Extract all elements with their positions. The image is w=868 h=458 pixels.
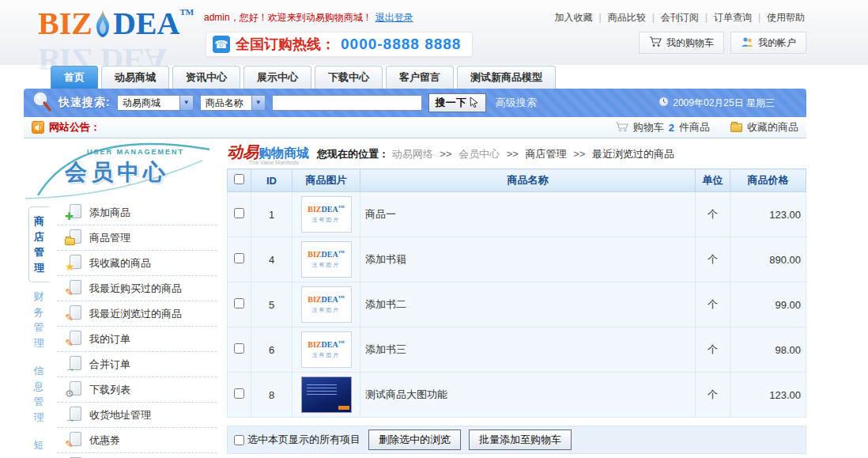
product-thumbnail[interactable]: BIZDEATM没有图片 [301,286,352,323]
advanced-search-link[interactable]: 高级搜索 [496,96,537,110]
gear-page-icon: ⚙ [65,381,82,398]
cart-summary-prefix: 购物车 [633,120,664,134]
product-photo-thumbnail[interactable] [301,377,352,413]
menu-coupons[interactable]: ✎ 优惠券 [57,428,217,453]
menu-download-list[interactable]: ⚙ 下载列表 [57,377,217,403]
favorites-label: 收藏的商品 [747,120,798,134]
cell-name[interactable]: 添加书二 [360,282,696,327]
page: BIZ DEA BIZDEATM admin，您好！欢迎来到动易购物商城！退出登… [0,0,868,458]
my-cart-button[interactable]: 我的购物车 [639,32,724,54]
menu-recently-bought[interactable]: ✎ 我最近购买过的商品 [57,276,217,301]
cart-outline-icon [615,120,628,134]
menu-add-product[interactable]: ✚ 添加商品 [57,200,217,225]
delete-selected-button[interactable]: 删除选中的浏览 [368,430,461,450]
menu-item-label: 收货地址管理 [89,408,151,422]
select-all-checkbox[interactable] [234,435,244,445]
link-add-favorite[interactable]: 加入收藏 [555,12,593,23]
cart-summary-suffix: 件商品 [679,120,710,134]
menu-product-management[interactable]: 商品管理 [57,225,217,251]
tab-test-model[interactable]: 测试新商品模型 [457,66,556,89]
link-order-query[interactable]: 订单查询 [714,12,752,23]
vtab-shop-management[interactable]: 商店管理 [28,206,49,282]
link-subscribe[interactable]: 会刊订阅 [661,12,699,23]
row-checkbox[interactable] [234,253,244,263]
search-field-select[interactable]: 商品名称 ▼ [200,95,266,111]
search-input[interactable] [272,95,422,111]
search-scope-select[interactable]: 动易商城 ▼ [117,95,194,111]
hotline-label: 全国订购热线： [236,35,335,54]
link-separator: | [758,12,760,23]
action-bar: 选中本页显示的所有项目 删除选中的浏览 批量添加至购物车 [227,426,806,454]
breadcrumb-link-member[interactable]: 会员中心 [459,148,500,160]
vtab-sms[interactable]: 短 [28,431,49,458]
cell-unit: 个 [696,282,730,327]
hotline-number: 0000-8888 8888 [341,36,461,53]
link-separator: | [652,12,655,23]
table-header-row: ID 商品图片 商品名称 单位 商品价格 [228,169,806,192]
menu-shipping-address[interactable]: → 收货地址管理 [57,403,217,428]
cell-name[interactable]: 测试商品大图功能 [360,373,696,418]
search-scope-value: 动易商城 [118,97,179,110]
row-checkbox[interactable] [234,343,244,354]
edit-page-icon: ✎ [65,305,82,322]
vtab-label: 信息管理 [33,363,44,425]
cell-id: 4 [251,237,292,282]
vtab-finance-management[interactable]: 财务管理 [28,282,49,357]
sidebar-body: 商店管理 财务管理 信息管理 短 ✚ 添加商品 商品管理 ★ [24,200,217,458]
sidebar-header-title: 会员中心 [65,157,169,187]
hotline-box: ☎ 全国订购热线： 0000-8888 8888 [206,32,473,57]
link-help[interactable]: 使用帮助 [767,12,805,23]
select-all-label[interactable]: 选中本页显示的所有项目 [234,433,360,447]
clock-icon [659,97,669,109]
no-image-label: 没有图片 [312,306,341,314]
menu-item-label: 优惠券 [89,433,120,448]
tab-download[interactable]: 下载中心 [315,66,383,89]
quick-search-bar: 快速搜索: 动易商城 ▼ 商品名称 ▼ 搜一下 高级搜索 2009年02月25日… [24,89,806,117]
cell-name[interactable]: 添加书三 [360,327,696,373]
tab-guestbook[interactable]: 客户留言 [386,66,454,89]
breadcrumb-separator: >> [440,148,451,160]
chevron-down-icon: ▼ [251,96,265,110]
row-checkbox[interactable] [234,388,244,399]
breadcrumb-row: 动易购物商城 The Value Manifests 您现在的位置： 动易网络 … [227,142,806,167]
breadcrumb-link-site[interactable]: 动易网络 [392,148,433,160]
cell-price: 890.00 [730,237,806,282]
mini-brand-logo: 动易购物商城 The Value Manifests [227,144,309,165]
favorites-link[interactable]: 收藏的商品 [730,120,798,134]
product-thumbnail[interactable]: BIZDEATM没有图片 [301,196,352,233]
tab-mall[interactable]: 动易商城 [101,66,169,89]
search-button[interactable]: 搜一下 [428,93,486,112]
tab-home[interactable]: 首页 [51,66,98,89]
breadcrumb-current: 最近浏览过的商品 [592,148,674,160]
menu-wholesale[interactable]: → 批发商品 [57,453,217,458]
col-unit: 单位 [696,169,730,192]
header-buttons: 我的购物车 我的帐户 [639,32,806,54]
tab-news[interactable]: 资讯中心 [172,66,240,89]
my-account-button[interactable]: 我的帐户 [730,32,806,54]
cart-icon [649,36,662,50]
edit-page-icon: ✎ [65,432,82,449]
link-compare[interactable]: 商品比较 [608,12,646,23]
cell-name[interactable]: 添加书籍 [360,237,696,282]
tab-showcase[interactable]: 展示中心 [243,66,311,89]
row-checkbox[interactable] [234,208,244,218]
mini-brand-blue: 购物商城 [259,146,309,160]
row-checkbox[interactable] [234,298,244,308]
menu-my-favorites[interactable]: ★ 我收藏的商品 [57,251,217,276]
flame-icon [93,7,112,39]
select-all-text: 选中本页显示的所有项目 [247,433,360,447]
quick-search-label: 快速搜索: [58,96,111,110]
vtab-info-management[interactable]: 信息管理 [28,357,49,431]
product-thumbnail[interactable]: BIZDEATM没有图片 [301,241,352,278]
select-all-header-checkbox[interactable] [234,174,244,184]
cell-name[interactable]: 商品一 [360,192,696,237]
product-thumbnail[interactable]: BIZDEATM没有图片 [301,331,352,368]
menu-my-orders[interactable]: ✎ 我的订单 [57,327,217,352]
cell-id: 8 [251,373,292,418]
menu-recently-viewed[interactable]: ✎ 我最近浏览过的商品 [57,301,217,327]
breadcrumb-link-shop[interactable]: 商店管理 [526,148,567,160]
menu-merge-orders[interactable]: → 合并订单 [57,352,217,377]
logout-link[interactable]: 退出登录 [376,12,413,23]
batch-add-cart-button[interactable]: 批量添加至购物车 [469,430,572,450]
cart-summary-link[interactable]: 购物车2件商品 [615,120,710,134]
